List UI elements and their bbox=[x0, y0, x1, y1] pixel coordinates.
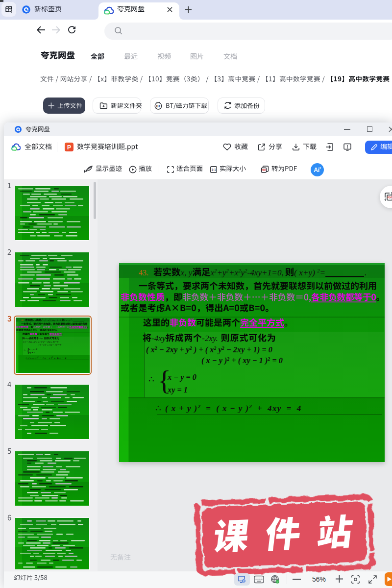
svg-text:Ai: Ai bbox=[314, 167, 319, 173]
svg-text:BT: BT bbox=[156, 104, 161, 108]
svg-text:P: P bbox=[67, 144, 71, 151]
svg-text:PDF: PDF bbox=[387, 196, 392, 199]
svg-text:PDF: PDF bbox=[262, 169, 266, 172]
svg-text:1:1: 1:1 bbox=[211, 168, 216, 172]
